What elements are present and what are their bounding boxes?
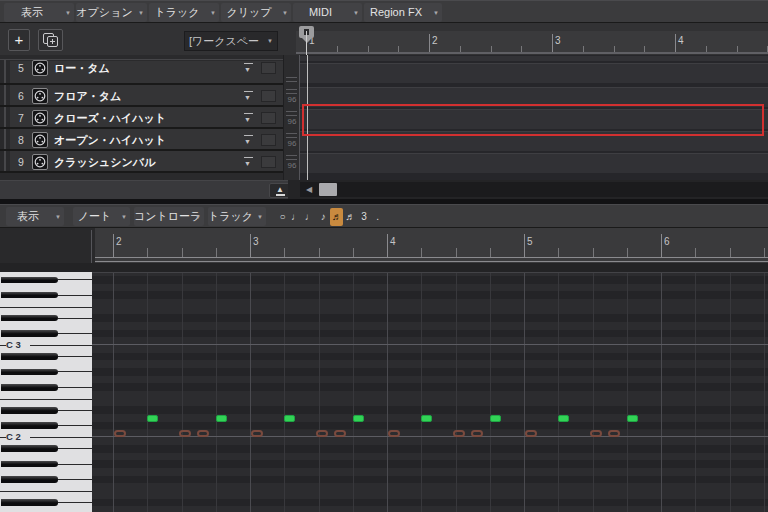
- hscroll-thumb[interactable]: [319, 183, 337, 196]
- ghost-midi-note[interactable]: [608, 430, 620, 437]
- grid-row-stripe: [92, 345, 768, 353]
- meter-tick: [286, 115, 297, 116]
- piano-roll-ruler[interactable]: 23456: [95, 228, 768, 263]
- track-row-8[interactable]: 8オープン・ハイハット▼: [10, 129, 283, 151]
- pr-menu-item-2[interactable]: ノート▼: [73, 207, 130, 226]
- beat-tick: [147, 248, 148, 257]
- track-list-scroll-thumb[interactable]: [4, 59, 6, 171]
- beat-tick: [319, 248, 320, 257]
- ghost-midi-note[interactable]: [334, 430, 346, 437]
- midi-note[interactable]: [216, 415, 227, 422]
- piano-roll-grid[interactable]: [92, 272, 768, 512]
- ghost-midi-note[interactable]: [388, 430, 400, 437]
- chevron-down-icon: ▼: [195, 213, 201, 221]
- black-key: [1, 292, 58, 299]
- measure-number: 6: [664, 236, 680, 248]
- menu-item-4[interactable]: クリップ▼: [221, 3, 291, 22]
- clip-lane-track-5[interactable]: [300, 63, 768, 83]
- chevron-down-icon: ▼: [353, 9, 359, 17]
- grid-row-stripe: [92, 476, 768, 484]
- pr-menu-item-4[interactable]: トラック▼: [208, 207, 266, 226]
- track-slot[interactable]: [261, 90, 276, 102]
- pr-menu-item-1[interactable]: 表示▼: [6, 207, 64, 226]
- midi-note[interactable]: [490, 415, 501, 422]
- thirty-second-note-button[interactable]: ♬: [344, 208, 357, 226]
- track-expand-widget[interactable]: ▼: [243, 62, 255, 75]
- grid-row-stripe: [92, 506, 768, 512]
- white-key-separator: [58, 279, 92, 280]
- expand-lines: [244, 113, 253, 114]
- workspace-selector[interactable]: [ワークスペース]▼: [184, 31, 278, 51]
- track-slot[interactable]: [261, 112, 276, 124]
- track-expand-widget[interactable]: ▼: [243, 112, 255, 125]
- track-row-5[interactable]: 5ロー・タム▼: [10, 61, 283, 85]
- timeline-ruler[interactable]: 1234: [296, 31, 768, 54]
- track-slot[interactable]: [261, 134, 276, 146]
- whole-note-button[interactable]: ○: [276, 208, 289, 226]
- white-key-separator: [58, 333, 92, 334]
- clip-lane-track-9[interactable]: [300, 153, 768, 173]
- track-expand-widget[interactable]: ▼: [243, 134, 255, 147]
- track-icon-box: [32, 154, 48, 170]
- menu-item-1[interactable]: 表示▼: [4, 3, 74, 22]
- menu-item-2[interactable]: オプション▼: [76, 3, 147, 22]
- ghost-midi-note[interactable]: [316, 430, 328, 437]
- ghost-midi-note[interactable]: [525, 430, 537, 437]
- midi-note[interactable]: [627, 415, 638, 422]
- midi-note[interactable]: [147, 415, 158, 422]
- track-slot[interactable]: [261, 156, 276, 168]
- daw-window: 表示▼オプション▼トラック▼クリップ▼MIDI▼Region FX▼ +[ワーク…: [0, 0, 768, 512]
- measure-number: 3: [555, 35, 571, 47]
- track-expand-widget[interactable]: ▼: [243, 156, 255, 169]
- black-key: [1, 445, 58, 452]
- white-key-separator: [58, 425, 92, 426]
- measure-gridline: [661, 272, 662, 512]
- meter-tick: [286, 133, 297, 134]
- menu-item-5[interactable]: MIDI▼: [293, 3, 362, 22]
- insert-track-template-button[interactable]: [38, 29, 63, 51]
- octave-label: C 2: [6, 431, 30, 442]
- piano-keyboard[interactable]: C 2C 3: [0, 272, 92, 512]
- quarter-note-button[interactable]: ♩: [303, 208, 316, 226]
- track-row-6[interactable]: 6フロア・タム▼: [10, 85, 283, 107]
- clips-pane[interactable]: [300, 55, 768, 180]
- beat-tick: [583, 46, 584, 54]
- sixteenth-note-button[interactable]: ♬: [330, 208, 343, 226]
- hscroll-left-arrow[interactable]: ◀: [303, 183, 315, 196]
- ghost-midi-note[interactable]: [251, 430, 263, 437]
- white-key-separator: [58, 410, 92, 411]
- track-expand-widget[interactable]: ▼: [243, 90, 255, 103]
- black-key: [1, 461, 58, 468]
- hscroll-track[interactable]: [300, 182, 768, 197]
- meter-value: 96: [285, 95, 299, 105]
- ghost-midi-note[interactable]: [471, 430, 483, 437]
- eighth-note-button[interactable]: ♪: [317, 208, 330, 226]
- pr-menu-item-3[interactable]: コントローラ▼: [134, 207, 204, 226]
- add-track-button[interactable]: +: [8, 29, 30, 51]
- track-slot[interactable]: [261, 62, 276, 74]
- beat-gridline: [147, 272, 148, 512]
- track-row-7[interactable]: 7クローズ・ハイハット▼: [10, 107, 283, 129]
- ghost-midi-note[interactable]: [114, 430, 126, 437]
- ghost-midi-note[interactable]: [453, 430, 465, 437]
- ghost-midi-note[interactable]: [590, 430, 602, 437]
- midi-note[interactable]: [421, 415, 432, 422]
- ghost-midi-note[interactable]: [179, 430, 191, 437]
- chevron-down-icon: ▼: [282, 9, 288, 17]
- grid-row-stripe: [92, 322, 768, 330]
- track-row-9[interactable]: 9クラッシュシンバル▼: [10, 151, 283, 173]
- midi-note[interactable]: [284, 415, 295, 422]
- white-key-separator: [0, 307, 92, 308]
- ghost-midi-note[interactable]: [197, 430, 209, 437]
- grid-row-stripe: [92, 284, 768, 292]
- menu-item-3[interactable]: トラック▼: [149, 3, 219, 22]
- midi-note[interactable]: [353, 415, 364, 422]
- dotted-button[interactable]: .: [371, 208, 384, 226]
- midi-note[interactable]: [558, 415, 569, 422]
- meter-tick: [286, 81, 297, 82]
- half-note-button[interactable]: ♩: [290, 208, 303, 226]
- measure-line: [429, 34, 430, 54]
- chevron-down-icon: ▼: [244, 137, 251, 146]
- menu-item-6[interactable]: Region FX▼: [364, 3, 442, 22]
- triplet-button[interactable]: 3: [358, 208, 371, 226]
